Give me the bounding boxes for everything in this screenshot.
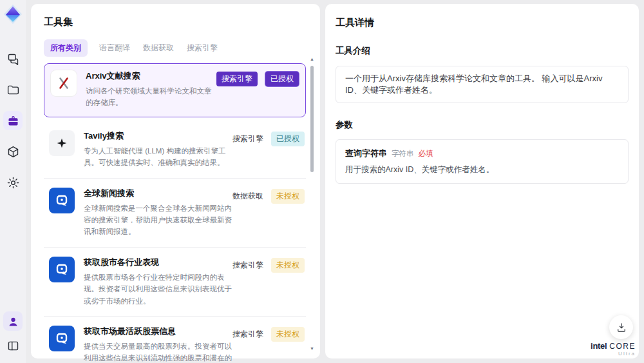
tab-search-engine[interactable]: 搜索引擎 [185,39,219,57]
tool-row-tavily[interactable]: Tavily搜索 专为人工智能代理 (LLM) 构建的搜索引擎工具。可快速提供实… [44,121,306,179]
list-scrollbar: ▲ ▼ [310,57,314,351]
tool-row-sector-performance[interactable]: 获取股市各行业表现 提供股票市场各个行业在特定时间段内的表现。投资者可以利用这些… [44,248,306,317]
auth-status-badge: 未授权 [271,189,305,204]
parameter-description: 用于搜索的Arxiv ID、关键字或作者姓名。 [345,164,619,175]
tab-data-fetch[interactable]: 数据获取 [142,39,175,57]
q-news-icon [49,326,75,351]
tab-language-translation[interactable]: 语言翻译 [98,39,131,57]
user-icon[interactable] [3,311,23,331]
folder-icon[interactable] [3,80,23,99]
auth-status-badge: 已授权 [271,132,305,146]
cube-icon[interactable] [3,142,23,161]
tool-title: Arxiv文献搜索 [86,70,216,82]
parameter-type: 字符串 [392,149,414,159]
panel-toggle-icon[interactable] [3,336,23,355]
category-tabs: 所有类别 语言翻译 数据获取 搜索引擎 [44,39,307,57]
q-news-icon [49,188,75,213]
tools-panel: 工具集 所有类别 语言翻译 数据获取 搜索引擎 Arxiv文献搜索 访问各个研究… [31,4,320,358]
params-heading: 参数 [336,119,629,131]
tool-title: 全球新闻搜索 [84,188,232,199]
tools-panel-title: 工具集 [44,16,307,28]
parameter-required-flag: 必填 [419,149,433,159]
core-wordmark: CORE [609,342,636,350]
category-badge: 搜索引擎 [216,72,258,86]
briefcase-icon[interactable] [3,111,23,130]
chat-icon[interactable] [3,49,23,68]
category-label: 搜索引擎 [232,133,263,144]
tool-description: 专为人工智能代理 (LLM) 构建的搜索引擎工具。可快速提供实时、准确和真实的结… [84,145,232,169]
core-sub-label: Ultra [591,351,636,357]
intel-core-logo: intel CORE Ultra [591,342,636,357]
sparkle-icon [49,130,75,156]
tool-description: 提供当天交易量最高的股票列表。投资者可以利用这些信息来识别流动性强的股票和潜在的… [84,340,232,363]
details-panel: 工具详情 工具介绍 一个用于从Arxiv存储库搜索科学论文和文章的工具。 输入可… [325,4,639,358]
rail-nav [3,49,23,192]
download-icon [616,322,627,333]
tool-title: 获取市场最活跃股票信息 [84,326,232,337]
q-news-icon [49,257,75,282]
scrollbar-down-arrow[interactable]: ▼ [310,346,314,351]
tool-row-active-stocks[interactable]: 获取市场最活跃股票信息 提供当天交易量最高的股票列表。投资者可以利用这些信息来识… [44,317,306,363]
auth-status-badge: 已授权 [265,72,299,86]
parameter-name: 查询字符串 [345,148,387,159]
intro-text: 一个用于从Arxiv存储库搜索科学论文和文章的工具。 输入可以是Arxiv ID… [336,66,629,103]
tool-card-arxiv[interactable]: Arxiv文献搜索 访问各个研究领域大量科学论文和文章的存储库。 搜索引擎 已授… [44,63,306,117]
tool-description: 全球新闻搜索是一个聚合全球各大新闻网站内容的搜索引擎，帮助用户快速获取全球最新资… [84,202,232,238]
tool-row-global-news[interactable]: 全球新闻搜索 全球新闻搜索是一个聚合全球各大新闻网站内容的搜索引擎，帮助用户快速… [44,179,306,248]
parameter-card: 查询字符串 字符串 必填 用于搜索的Arxiv ID、关键字或作者姓名。 [336,139,629,184]
scrollbar-thumb[interactable] [310,66,314,172]
arxiv-logo-icon [51,70,77,96]
tool-description: 访问各个研究领域大量科学论文和文章的存储库。 [86,85,216,109]
category-label: 搜索引擎 [232,329,263,340]
scrollbar-up-arrow[interactable]: ▲ [310,57,314,61]
tool-title: Tavily搜索 [84,130,232,142]
intro-heading: 工具介绍 [336,45,629,57]
rail-bottom [3,311,23,355]
app-logo-icon [3,4,23,25]
intel-wordmark: intel [591,342,607,350]
category-label: 搜索引擎 [232,260,263,271]
download-button[interactable] [609,315,633,339]
tab-all-categories[interactable]: 所有类别 [44,39,88,57]
app-window: 工具集 所有类别 语言翻译 数据获取 搜索引擎 Arxiv文献搜索 访问各个研究… [0,0,644,363]
auth-status-badge: 未授权 [271,327,305,342]
tool-description: 提供股票市场各个行业在特定时间段内的表现。投资者可以利用这些信息来识别表现优于或… [84,271,232,307]
gear-icon[interactable] [3,173,23,192]
tool-list: Arxiv文献搜索 访问各个研究领域大量科学论文和文章的存储库。 搜索引擎 已授… [44,63,306,363]
tool-title: 获取股市各行业表现 [84,257,232,268]
auth-status-badge: 未授权 [271,258,305,273]
details-title: 工具详情 [336,4,629,29]
category-label: 数据获取 [232,191,263,202]
icon-rail [0,0,26,363]
